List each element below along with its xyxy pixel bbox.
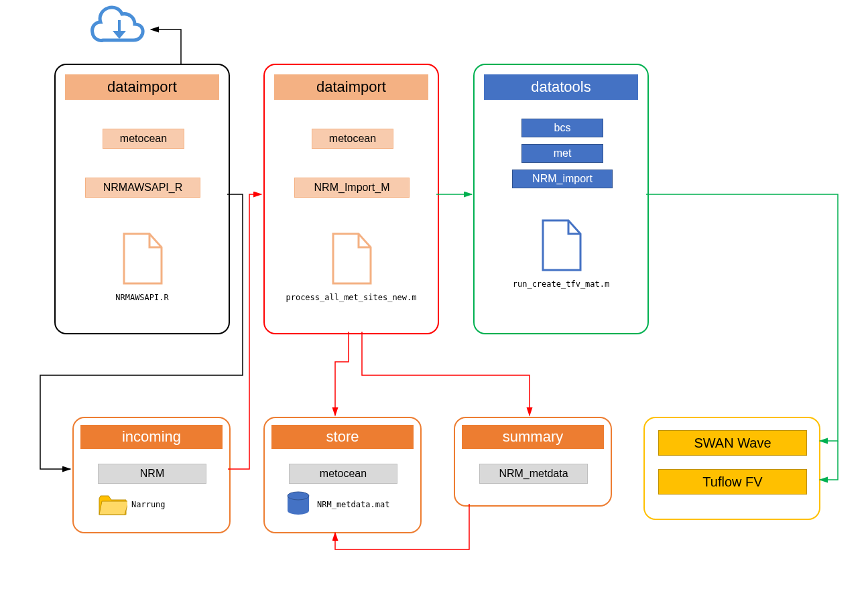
box3-item-1: met xyxy=(521,144,603,163)
box2-file: process_all_met_sites_new.m xyxy=(265,293,438,302)
box1-item-1: NRMAWSAPI_R xyxy=(85,178,200,198)
file-icon xyxy=(542,219,582,274)
database-icon xyxy=(285,490,312,520)
incoming-folder: Narrung xyxy=(131,500,212,509)
box-summary: summary NRM_metdata xyxy=(454,417,612,507)
box2-item-0: metocean xyxy=(312,129,393,149)
output-0: SWAN Wave xyxy=(658,430,807,456)
store-title: store xyxy=(271,425,414,449)
box-incoming: incoming NRM Narrung xyxy=(72,417,231,533)
box1-title: dataimport xyxy=(65,74,219,100)
box-dataimport-1: dataimport metocean NRMAWSAPI_R NRMAWSAP… xyxy=(54,64,230,334)
summary-title: summary xyxy=(462,425,604,449)
store-item-0: metocean xyxy=(289,464,397,484)
file-icon xyxy=(123,233,163,287)
file-icon xyxy=(332,233,372,287)
folder-icon xyxy=(98,492,127,519)
box3-title: datatools xyxy=(484,74,638,100)
box1-item-0: metocean xyxy=(103,129,184,149)
output-1: Tuflow FV xyxy=(658,469,807,495)
box-outputs: SWAN Wave Tuflow FV xyxy=(643,417,820,520)
box3-item-2: NRM_import xyxy=(512,170,613,188)
box-datatools: datatools bcs met NRM_import run_create_… xyxy=(473,64,649,334)
store-db: NRM_metdata.mat xyxy=(317,500,411,509)
incoming-title: incoming xyxy=(80,425,223,449)
summary-item-0: NRM_metdata xyxy=(479,464,588,484)
diagram-canvas: dataimport metocean NRMAWSAPI_R NRMAWSAP… xyxy=(0,0,868,591)
box1-file: NRMAWSAPI.R xyxy=(56,293,229,302)
box2-item-1: NRM_Import_M xyxy=(294,178,410,198)
box2-title: dataimport xyxy=(274,74,428,100)
box3-file: run_create_tfv_mat.m xyxy=(475,279,647,289)
box3-item-0: bcs xyxy=(521,119,603,137)
box-dataimport-2: dataimport metocean NRM_Import_M process… xyxy=(263,64,439,334)
box-store: store metocean NRM_metdata.mat xyxy=(263,417,422,533)
incoming-item-0: NRM xyxy=(98,464,206,484)
cloud-download-icon xyxy=(88,5,149,56)
